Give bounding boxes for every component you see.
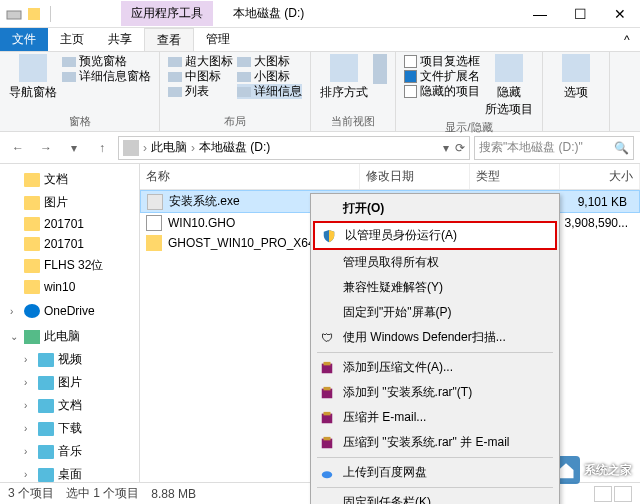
ctx-take-ownership[interactable]: 管理员取得所有权 [313, 250, 557, 275]
context-menu: 打开(O) 以管理员身份运行(A) 管理员取得所有权 兼容性疑难解答(Y) 固定… [310, 193, 560, 504]
ctx-run-as-admin[interactable]: 以管理员身份运行(A) [313, 221, 557, 250]
rar-icon [319, 410, 335, 426]
svg-rect-0 [7, 11, 21, 19]
group-panes-label: 窗格 [8, 112, 151, 129]
svg-rect-1 [28, 8, 40, 20]
tab-file[interactable]: 文件 [0, 28, 48, 51]
address-bar[interactable]: › 此电脑 › 本地磁盘 (D:) ▾ ⟳ [118, 136, 470, 160]
tree-201701a[interactable]: 201701 [0, 214, 139, 234]
ctx-pin-start[interactable]: 固定到"开始"屏幕(P) [313, 300, 557, 325]
group-layout-label: 布局 [168, 112, 302, 129]
ctx-compat[interactable]: 兼容性疑难解答(Y) [313, 275, 557, 300]
tree-thispc[interactable]: ⌄此电脑 [0, 325, 139, 348]
tab-manage[interactable]: 管理 [194, 28, 242, 51]
search-input[interactable]: 搜索"本地磁盘 (D:)" 🔍 [474, 136, 634, 160]
contextual-tab[interactable]: 应用程序工具 [121, 1, 213, 26]
status-size: 8.88 MB [151, 487, 196, 501]
exe-icon [147, 194, 163, 210]
back-button[interactable]: ← [6, 136, 30, 160]
crumb-thispc[interactable]: 此电脑 [151, 139, 187, 156]
tree-onedrive[interactable]: ›OneDrive [0, 301, 139, 321]
ctx-add-archive-named[interactable]: 添加到 "安装系统.rar"(T) [313, 380, 557, 405]
nav-pane-button[interactable]: 导航窗格 [8, 54, 58, 101]
tree-docs[interactable]: 文档 [0, 168, 139, 191]
layout-xl[interactable]: 超大图标 [168, 54, 233, 69]
layout-large[interactable]: 大图标 [237, 54, 302, 69]
tree-pics[interactable]: 图片 [0, 191, 139, 214]
history-dropdown-icon[interactable]: ▾ [62, 136, 86, 160]
rar-icon [319, 360, 335, 376]
navbar: ← → ▾ ↑ › 此电脑 › 本地磁盘 (D:) ▾ ⟳ 搜索"本地磁盘 (D… [0, 132, 640, 164]
titlebar: 应用程序工具 本地磁盘 (D:) — ☐ ✕ [0, 0, 640, 28]
tree-downloads[interactable]: ›下载 [0, 417, 139, 440]
tab-home[interactable]: 主页 [48, 28, 96, 51]
nav-tree: 文档 图片 201701 201701 FLHS 32位 win10 ›OneD… [0, 164, 140, 482]
view-thumbs-icon[interactable] [614, 486, 632, 502]
crumb-drive[interactable]: 本地磁盘 (D:) [199, 139, 270, 156]
details-pane-button[interactable]: 详细信息窗格 [62, 69, 151, 84]
ribbon-collapse-icon[interactable]: ^ [616, 28, 640, 51]
app-icon [26, 6, 42, 22]
minimize-button[interactable]: — [520, 0, 560, 28]
window-title: 本地磁盘 (D:) [233, 5, 304, 22]
tree-desktop[interactable]: ›桌面 [0, 463, 139, 482]
tab-share[interactable]: 共享 [96, 28, 144, 51]
tree-pictures[interactable]: ›图片 [0, 371, 139, 394]
tree-documents[interactable]: ›文档 [0, 394, 139, 417]
checkbox-item[interactable]: 项目复选框 [404, 54, 480, 69]
refresh-icon[interactable]: ⟳ [455, 141, 465, 155]
hide-selected-button[interactable]: 隐藏 所选项目 [484, 54, 534, 118]
folder-icon [146, 235, 162, 251]
col-size[interactable]: 大小 [560, 164, 640, 189]
options-button[interactable]: 选项 [551, 54, 601, 101]
col-date[interactable]: 修改日期 [360, 164, 470, 189]
checkbox-ext[interactable]: 文件扩展名 [404, 69, 480, 84]
cloud-icon [319, 465, 335, 481]
tab-view[interactable]: 查看 [144, 28, 194, 51]
gho-icon [146, 215, 162, 231]
ctx-email-named[interactable]: 压缩到 "安装系统.rar" 并 E-mail [313, 430, 557, 455]
rar-icon [319, 435, 335, 451]
menubar: 文件 主页 共享 查看 管理 ^ [0, 28, 640, 52]
preview-pane-button[interactable]: 预览窗格 [62, 54, 151, 69]
ctx-open[interactable]: 打开(O) [313, 196, 557, 221]
tree-music[interactable]: ›音乐 [0, 440, 139, 463]
tree-flhs[interactable]: FLHS 32位 [0, 254, 139, 277]
sort-button[interactable]: 排序方式 [319, 54, 369, 101]
svg-rect-3 [324, 361, 331, 365]
forward-button[interactable]: → [34, 136, 58, 160]
svg-rect-5 [324, 386, 331, 390]
shield-icon [321, 228, 337, 244]
ctx-email[interactable]: 压缩并 E-mail... [313, 405, 557, 430]
ctx-pin-taskbar[interactable]: 固定到任务栏(K) [313, 490, 557, 504]
close-button[interactable]: ✕ [600, 0, 640, 28]
layout-list[interactable]: 列表 [168, 84, 233, 99]
col-name[interactable]: 名称 [140, 164, 360, 189]
status-count: 3 个项目 [8, 485, 54, 502]
view-details-icon[interactable] [594, 486, 612, 502]
defender-icon: 🛡 [319, 330, 335, 346]
ctx-defender[interactable]: 🛡使用 Windows Defender扫描... [313, 325, 557, 350]
layout-detail[interactable]: 详细信息 [237, 84, 302, 99]
checkbox-hidden[interactable]: 隐藏的项目 [404, 84, 480, 99]
rar-icon [319, 385, 335, 401]
maximize-button[interactable]: ☐ [560, 0, 600, 28]
tree-win10[interactable]: win10 [0, 277, 139, 297]
ctx-baidu[interactable]: 上传到百度网盘 [313, 460, 557, 485]
drive-icon [6, 6, 22, 22]
drive-icon [123, 140, 139, 156]
layout-mid[interactable]: 中图标 [168, 69, 233, 84]
up-button[interactable]: ↑ [90, 136, 114, 160]
svg-rect-7 [324, 411, 331, 415]
svg-rect-9 [324, 436, 331, 440]
tree-201701b[interactable]: 201701 [0, 234, 139, 254]
tree-video[interactable]: ›视频 [0, 348, 139, 371]
ctx-add-archive[interactable]: 添加到压缩文件(A)... [313, 355, 557, 380]
group-view-label: 当前视图 [319, 112, 387, 129]
ribbon: 导航窗格 预览窗格 详细信息窗格 窗格 超大图标 中图标 列表 大图标 小图标 … [0, 52, 640, 132]
layout-small[interactable]: 小图标 [237, 69, 302, 84]
status-selected: 选中 1 个项目 [66, 485, 139, 502]
col-type[interactable]: 类型 [470, 164, 560, 189]
group-showhide-label: 显示/隐藏 [404, 118, 534, 135]
search-icon: 🔍 [614, 141, 629, 155]
